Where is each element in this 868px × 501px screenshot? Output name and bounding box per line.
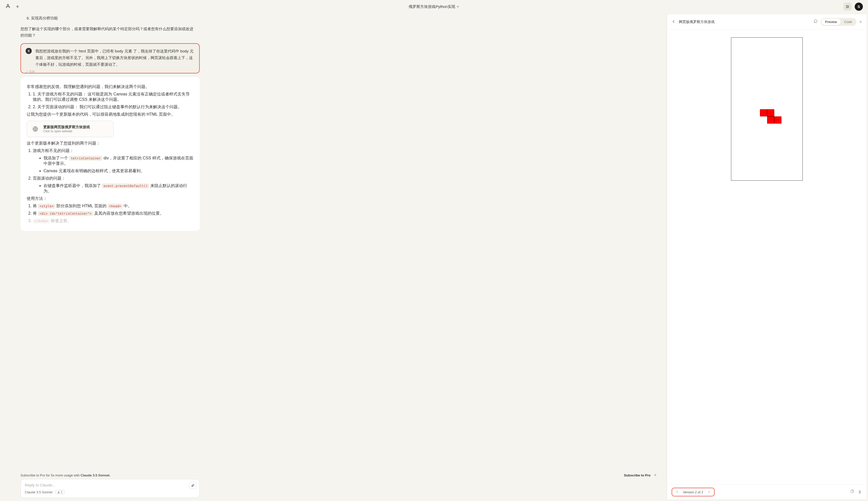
artifact-card[interactable]: 更新版网页版俄罗斯方块游戏 Click to open website: [27, 121, 114, 137]
user-avatar-small: S: [25, 48, 32, 54]
version-label: Version 2 of 2: [683, 490, 703, 494]
view-toggle: Preview Code: [820, 18, 856, 26]
page-title[interactable]: 俄罗斯方块游戏Python实现: [409, 4, 459, 9]
user-text: 我想把游戏放在我的一个 html 页面中，已经有 body 元素 了，我去掉了你…: [35, 48, 195, 68]
arrow-left-icon: [676, 490, 679, 493]
assistant-text: 使用方法：: [27, 196, 194, 201]
list-item: 1. 关于游戏方框不见的问题： 这可能是因为 Canvas 元素没有正确定位或者…: [33, 92, 194, 102]
tab-preview[interactable]: Preview: [822, 19, 840, 25]
settings-button[interactable]: [844, 2, 851, 11]
code-inline: <style>: [38, 204, 55, 209]
tetris-cell: [774, 116, 782, 124]
attach-button[interactable]: [189, 482, 196, 489]
reply-input[interactable]: Reply to Claude... Claude 3.5 Sonnet 1: [20, 479, 200, 498]
assistant-text: 这个更新版本解决了您提到的两个问题：: [27, 141, 194, 146]
list-item: </body> 标签之前。: [33, 218, 194, 224]
list-item: 将 <style> 部分添加到您 HTML 页面的 <head> 中。: [33, 203, 194, 209]
chevron-down-icon: [456, 5, 459, 8]
back-button[interactable]: [672, 20, 676, 24]
code-inline: <head>: [107, 204, 123, 209]
subscribe-link[interactable]: Subscribe to Pro: [624, 473, 651, 477]
tetris-canvas[interactable]: [731, 38, 803, 181]
topbar: + 俄罗斯方块游戏Python实现 S: [0, 0, 868, 13]
preview-body: [667, 30, 867, 484]
assistant-text: 让我为您提供一个更新版本的代码，可以很容易地集成到您现有的 HTML 页面中。: [27, 112, 194, 117]
assistant-text: 非常感谢您的反馈。我理解您遇到的问题，我们来解决这两个问题。: [27, 84, 194, 89]
code-inline: event.preventDefault(): [102, 183, 149, 188]
list-item: Canvas 元素现在有明确的边框样式，使其更容易看到。: [43, 168, 194, 174]
version-next[interactable]: [708, 490, 711, 494]
copy-button[interactable]: [850, 490, 854, 494]
user-message: S 我想把游戏放在我的一个 html 页面中，已经有 body 元素 了，我去掉…: [20, 43, 200, 74]
close-icon[interactable]: ×: [654, 473, 657, 478]
artifact-subtitle: Click to open website: [43, 129, 90, 133]
assistant-text: 您想了解这个实现的哪个部分，或者需要我解释代码的某个特定部分吗？或者您有什么想要…: [20, 25, 195, 39]
list-item: 游戏方框不见的问题： 我添加了一个 tetrisContainer div，并设…: [33, 148, 194, 174]
artifact-title: 更新版网页版俄罗斯方块游戏: [43, 125, 90, 129]
close-button[interactable]: ×: [859, 20, 862, 24]
subscribe-banner: Subscribe to Pro for 5x more usage with …: [0, 471, 667, 479]
assistant-message: 非常感谢您的反馈。我理解您遇到的问题，我们来解决这两个问题。 1. 关于游戏方框…: [20, 77, 200, 231]
tetris-cell: [767, 116, 774, 124]
preview-title: 网页版俄罗斯方块游戏: [679, 20, 715, 24]
svg-point-0: [847, 6, 847, 6]
list-item: 2. 关于页面滚动的问题： 我们可以通过阻止键盘事件的默认行为来解决这个问题。: [33, 104, 194, 110]
list-item: 将 <div id="tetrisContainer"> 及其内容放在您希望游戏…: [33, 211, 194, 216]
download-icon: [858, 490, 862, 493]
download-button[interactable]: [858, 490, 862, 494]
list-item: 我添加了一个 tetrisContainer div，并设置了相应的 CSS 样…: [43, 156, 194, 166]
tetris-cell: [767, 109, 774, 116]
list-item: 6. 实现高分榜功能: [27, 15, 195, 21]
svg-rect-5: [851, 490, 853, 493]
list-item: 页面滚动的问题： 在键盘事件监听器中，我添加了 event.preventDef…: [33, 176, 194, 194]
edit-button[interactable]: Edit: [25, 70, 35, 73]
globe-icon: [31, 125, 40, 133]
pencil-icon: [25, 70, 29, 73]
list-item: 在键盘事件监听器中，我添加了 event.preventDefault() 来阻…: [43, 183, 194, 194]
arrow-left-icon: [672, 20, 676, 23]
code-inline: <div id="tetrisContainer">: [38, 211, 93, 216]
svg-point-1: [848, 7, 849, 7]
version-nav: Version 2 of 2: [672, 488, 715, 497]
copy-icon: [850, 490, 854, 493]
tetris-cell: [760, 109, 767, 116]
svg-point-4: [58, 491, 59, 492]
model-badge[interactable]: 1: [55, 490, 65, 494]
tab-code[interactable]: Code: [840, 19, 856, 25]
app-logo[interactable]: [5, 3, 11, 10]
model-name[interactable]: Claude 3.5 Sonnet: [25, 490, 52, 494]
chat-panel: 6. 实现高分榜功能 您想了解这个实现的哪个部分，或者需要我解释代码的某个特定部…: [0, 13, 667, 501]
refresh-icon: [814, 20, 817, 23]
code-inline: </body>: [33, 218, 50, 223]
sliders-icon: [846, 4, 849, 9]
user-avatar[interactable]: S: [855, 2, 863, 11]
arrow-right-icon: [708, 490, 711, 493]
refresh-button[interactable]: [814, 20, 817, 24]
paperclip-icon: [191, 483, 195, 487]
new-chat-button[interactable]: +: [16, 3, 19, 10]
preview-panel: 网页版俄罗斯方块游戏 Preview Code ×: [667, 14, 867, 500]
input-placeholder: Reply to Claude...: [25, 483, 55, 487]
svg-point-2: [847, 8, 848, 8]
code-inline: tetrisContainer: [69, 156, 102, 161]
users-icon: [57, 491, 60, 493]
version-prev[interactable]: [676, 490, 679, 494]
